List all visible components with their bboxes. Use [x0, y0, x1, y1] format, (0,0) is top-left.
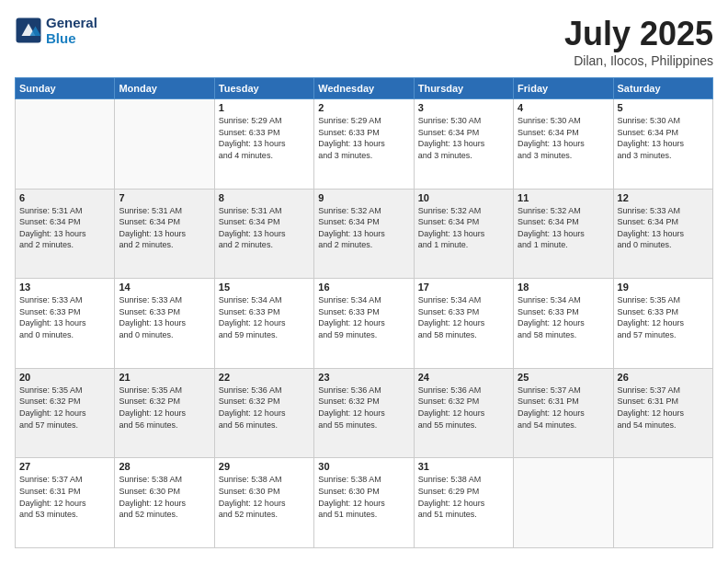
weekday-header-thursday: Thursday [414, 78, 513, 99]
day-number: 14 [119, 282, 210, 293]
day-number: 17 [418, 282, 509, 293]
day-info: Sunrise: 5:34 AM Sunset: 6:33 PM Dayligh… [318, 294, 409, 340]
day-info: Sunrise: 5:37 AM Sunset: 6:31 PM Dayligh… [518, 385, 609, 431]
day-info: Sunrise: 5:38 AM Sunset: 6:29 PM Dayligh… [418, 474, 509, 520]
day-info: Sunrise: 5:29 AM Sunset: 6:33 PM Dayligh… [219, 115, 310, 161]
day-info: Sunrise: 5:30 AM Sunset: 6:34 PM Dayligh… [618, 115, 709, 161]
calendar-cell: 3Sunrise: 5:30 AM Sunset: 6:34 PM Daylig… [414, 99, 513, 190]
day-number: 1 [219, 102, 310, 113]
logo: General Blue [15, 15, 97, 46]
day-number: 7 [119, 192, 210, 203]
calendar-cell: 31Sunrise: 5:38 AM Sunset: 6:29 PM Dayli… [414, 458, 513, 548]
calendar-week-row: 27Sunrise: 5:37 AM Sunset: 6:31 PM Dayli… [16, 458, 713, 548]
weekday-header-friday: Friday [514, 78, 613, 99]
calendar-cell: 23Sunrise: 5:36 AM Sunset: 6:32 PM Dayli… [314, 368, 414, 458]
calendar-cell: 21Sunrise: 5:35 AM Sunset: 6:32 PM Dayli… [115, 368, 214, 458]
calendar-cell: 10Sunrise: 5:32 AM Sunset: 6:34 PM Dayli… [414, 189, 513, 279]
day-info: Sunrise: 5:36 AM Sunset: 6:32 PM Dayligh… [318, 385, 409, 431]
day-number: 16 [318, 282, 409, 293]
day-info: Sunrise: 5:31 AM Sunset: 6:34 PM Dayligh… [219, 205, 310, 251]
day-info: Sunrise: 5:34 AM Sunset: 6:33 PM Dayligh… [219, 294, 310, 340]
calendar-cell [115, 99, 214, 190]
calendar-week-row: 13Sunrise: 5:33 AM Sunset: 6:33 PM Dayli… [16, 279, 713, 369]
day-info: Sunrise: 5:38 AM Sunset: 6:30 PM Dayligh… [219, 474, 310, 520]
calendar-week-row: 6Sunrise: 5:31 AM Sunset: 6:34 PM Daylig… [16, 189, 713, 279]
day-number: 20 [19, 372, 110, 383]
day-info: Sunrise: 5:34 AM Sunset: 6:33 PM Dayligh… [518, 294, 609, 340]
calendar-cell: 28Sunrise: 5:38 AM Sunset: 6:30 PM Dayli… [115, 458, 214, 548]
calendar-cell: 15Sunrise: 5:34 AM Sunset: 6:33 PM Dayli… [214, 279, 313, 369]
calendar-cell [514, 458, 613, 548]
calendar-cell: 6Sunrise: 5:31 AM Sunset: 6:34 PM Daylig… [16, 189, 115, 279]
day-info: Sunrise: 5:32 AM Sunset: 6:34 PM Dayligh… [318, 205, 409, 251]
calendar-cell: 20Sunrise: 5:35 AM Sunset: 6:32 PM Dayli… [16, 368, 115, 458]
day-number: 10 [418, 192, 509, 203]
day-info: Sunrise: 5:33 AM Sunset: 6:33 PM Dayligh… [119, 294, 210, 340]
calendar-cell: 25Sunrise: 5:37 AM Sunset: 6:31 PM Dayli… [514, 368, 613, 458]
day-number: 9 [318, 192, 409, 203]
calendar-cell: 17Sunrise: 5:34 AM Sunset: 6:33 PM Dayli… [414, 279, 513, 369]
day-number: 12 [618, 192, 709, 203]
day-info: Sunrise: 5:35 AM Sunset: 6:32 PM Dayligh… [119, 385, 210, 431]
calendar-week-row: 20Sunrise: 5:35 AM Sunset: 6:32 PM Dayli… [16, 368, 713, 458]
day-number: 31 [418, 461, 509, 472]
day-number: 2 [318, 102, 409, 113]
day-info: Sunrise: 5:32 AM Sunset: 6:34 PM Dayligh… [518, 205, 609, 251]
day-number: 26 [618, 372, 709, 383]
weekday-header-saturday: Saturday [613, 78, 712, 99]
day-number: 3 [418, 102, 509, 113]
day-info: Sunrise: 5:38 AM Sunset: 6:30 PM Dayligh… [318, 474, 409, 520]
day-info: Sunrise: 5:35 AM Sunset: 6:33 PM Dayligh… [618, 294, 709, 340]
header: General Blue July 2025 Dilan, Ilocos, Ph… [15, 15, 713, 68]
day-info: Sunrise: 5:30 AM Sunset: 6:34 PM Dayligh… [418, 115, 509, 161]
day-info: Sunrise: 5:36 AM Sunset: 6:32 PM Dayligh… [219, 385, 310, 431]
day-number: 5 [618, 102, 709, 113]
day-info: Sunrise: 5:33 AM Sunset: 6:33 PM Dayligh… [19, 294, 110, 340]
month-title: July 2025 [564, 15, 713, 53]
day-number: 21 [119, 372, 210, 383]
title-block: July 2025 Dilan, Ilocos, Philippines [564, 15, 713, 68]
day-number: 23 [318, 372, 409, 383]
weekday-header-sunday: Sunday [16, 78, 115, 99]
day-info: Sunrise: 5:35 AM Sunset: 6:32 PM Dayligh… [19, 385, 110, 431]
day-number: 27 [19, 461, 110, 472]
day-info: Sunrise: 5:29 AM Sunset: 6:33 PM Dayligh… [318, 115, 409, 161]
calendar-week-row: 1Sunrise: 5:29 AM Sunset: 6:33 PM Daylig… [16, 99, 713, 190]
day-info: Sunrise: 5:33 AM Sunset: 6:34 PM Dayligh… [618, 205, 709, 251]
calendar-cell: 7Sunrise: 5:31 AM Sunset: 6:34 PM Daylig… [115, 189, 214, 279]
day-info: Sunrise: 5:37 AM Sunset: 6:31 PM Dayligh… [618, 385, 709, 431]
logo-text: General Blue [46, 15, 97, 46]
calendar-cell: 22Sunrise: 5:36 AM Sunset: 6:32 PM Dayli… [214, 368, 313, 458]
day-number: 15 [219, 282, 310, 293]
day-number: 22 [219, 372, 310, 383]
calendar-cell: 18Sunrise: 5:34 AM Sunset: 6:33 PM Dayli… [514, 279, 613, 369]
logo-line2: Blue [46, 30, 97, 46]
calendar-cell: 8Sunrise: 5:31 AM Sunset: 6:34 PM Daylig… [214, 189, 313, 279]
calendar-cell: 27Sunrise: 5:37 AM Sunset: 6:31 PM Dayli… [16, 458, 115, 548]
calendar-cell: 4Sunrise: 5:30 AM Sunset: 6:34 PM Daylig… [514, 99, 613, 190]
calendar-cell: 14Sunrise: 5:33 AM Sunset: 6:33 PM Dayli… [115, 279, 214, 369]
calendar-cell: 16Sunrise: 5:34 AM Sunset: 6:33 PM Dayli… [314, 279, 414, 369]
day-number: 4 [518, 102, 609, 113]
day-number: 18 [518, 282, 609, 293]
calendar-cell: 24Sunrise: 5:36 AM Sunset: 6:32 PM Dayli… [414, 368, 513, 458]
location: Dilan, Ilocos, Philippines [564, 53, 713, 68]
weekday-header-row: SundayMondayTuesdayWednesdayThursdayFrid… [16, 78, 713, 99]
calendar-cell: 13Sunrise: 5:33 AM Sunset: 6:33 PM Dayli… [16, 279, 115, 369]
day-number: 29 [219, 461, 310, 472]
calendar-cell: 29Sunrise: 5:38 AM Sunset: 6:30 PM Dayli… [214, 458, 313, 548]
day-number: 24 [418, 372, 509, 383]
day-info: Sunrise: 5:31 AM Sunset: 6:34 PM Dayligh… [19, 205, 110, 251]
day-number: 28 [119, 461, 210, 472]
weekday-header-tuesday: Tuesday [214, 78, 313, 99]
day-info: Sunrise: 5:38 AM Sunset: 6:30 PM Dayligh… [119, 474, 210, 520]
calendar-cell: 5Sunrise: 5:30 AM Sunset: 6:34 PM Daylig… [613, 99, 712, 190]
day-info: Sunrise: 5:34 AM Sunset: 6:33 PM Dayligh… [418, 294, 509, 340]
calendar-cell: 12Sunrise: 5:33 AM Sunset: 6:34 PM Dayli… [613, 189, 712, 279]
day-number: 11 [518, 192, 609, 203]
calendar-cell [613, 458, 712, 548]
day-info: Sunrise: 5:37 AM Sunset: 6:31 PM Dayligh… [19, 474, 110, 520]
weekday-header-wednesday: Wednesday [314, 78, 414, 99]
weekday-header-monday: Monday [115, 78, 214, 99]
calendar-cell: 30Sunrise: 5:38 AM Sunset: 6:30 PM Dayli… [314, 458, 414, 548]
